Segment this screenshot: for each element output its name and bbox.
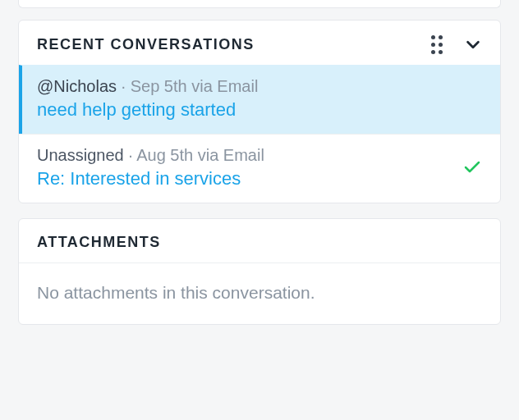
conversation-meta: Unassigned · Aug 5th via Email [37, 146, 264, 165]
conversation-assignee: Unassigned [37, 146, 124, 164]
attachments-header: Attachments [19, 219, 500, 262]
conversation-assignee: @Nicholas [37, 77, 117, 95]
conversation-meta-rest: · Aug 5th via Email [124, 146, 264, 164]
attachments-empty-state: No attachments in this conversation. [19, 262, 500, 324]
attachments-card: Attachments No attachments in this conve… [18, 218, 501, 325]
recent-conversations-title: Recent Conversations [37, 36, 255, 53]
attachments-title: Attachments [37, 234, 161, 251]
drag-handle-icon[interactable] [429, 37, 444, 52]
conversation-subject: Re: Interested in services [37, 168, 264, 189]
chevron-down-icon [464, 35, 482, 53]
previous-card-tail [18, 0, 501, 8]
conversation-content: @Nicholas · Sep 5th via Email need help … [37, 77, 258, 121]
check-icon [462, 157, 482, 176]
conversation-item[interactable]: Unassigned · Aug 5th via Email Re: Inter… [19, 134, 500, 203]
header-actions [429, 35, 482, 53]
conversation-subject: need help getting started [37, 99, 258, 121]
conversation-meta-rest: · Sep 5th via Email [117, 77, 258, 95]
recent-conversations-header: Recent Conversations [19, 21, 500, 65]
recent-conversations-card: Recent Conversations @Nicholas · Sep 5th… [18, 20, 501, 203]
resolved-indicator [462, 157, 482, 180]
conversation-meta: @Nicholas · Sep 5th via Email [37, 77, 258, 96]
conversation-item[interactable]: @Nicholas · Sep 5th via Email need help … [19, 65, 500, 134]
collapse-toggle[interactable] [464, 35, 482, 53]
conversation-content: Unassigned · Aug 5th via Email Re: Inter… [37, 146, 264, 189]
